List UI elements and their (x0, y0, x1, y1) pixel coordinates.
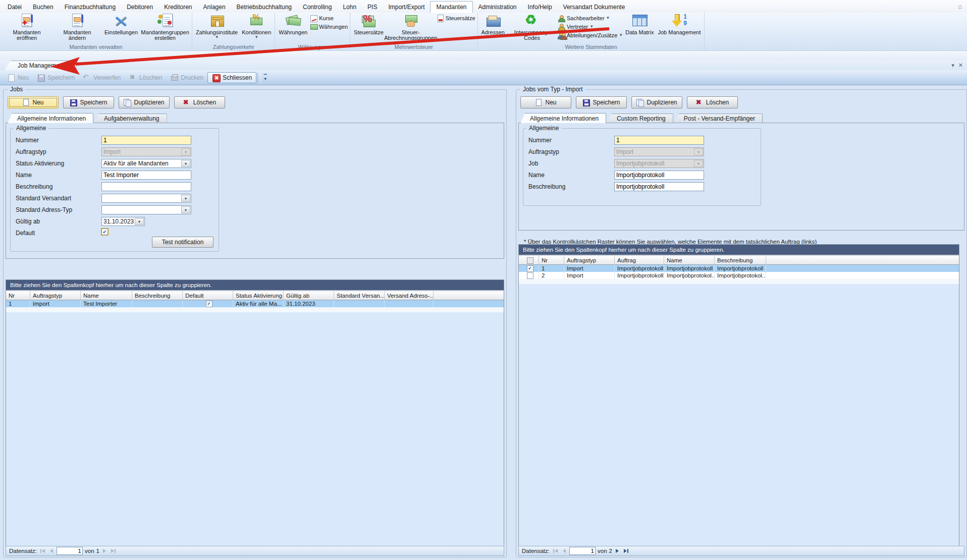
ribbon-item-steuers-tze[interactable]: %Steuersätze (352, 13, 385, 36)
column-header-auftrag[interactable]: Auftrag (615, 256, 664, 264)
chevron-down-icon[interactable]: ▼ (181, 160, 190, 167)
menu-buchen[interactable]: Buchen (27, 1, 59, 13)
menu-kreditoren[interactable]: Kreditoren (158, 1, 197, 13)
toolbar-overflow-button[interactable]: ▔▼ (262, 72, 268, 83)
first-record-button[interactable] (552, 548, 559, 554)
test-notification-button[interactable]: Test notification (152, 237, 213, 248)
column-header-default[interactable]: Default (183, 291, 233, 300)
standard-versandart-dropdown[interactable]: ▼ (101, 194, 191, 203)
ribbon-item-w-hrungen[interactable]: Währungen (310, 23, 348, 30)
ribbon-item-data-matrix[interactable]: Data Matrix (624, 13, 655, 36)
tab-aufgabenverwaltung[interactable]: Aufgabenverwaltung (94, 114, 167, 123)
column-header-standard-versan[interactable]: Standard Versan... (334, 291, 385, 300)
toolbar-l-schen-button[interactable]: ✖Löschen (125, 73, 166, 83)
last-record-button[interactable] (622, 548, 630, 554)
next-record-button[interactable] (101, 548, 108, 554)
column-header-nr[interactable]: Nr (539, 256, 564, 264)
tab-custom-reporting[interactable]: Custom Reporting (607, 114, 673, 123)
nummer-input[interactable] (614, 136, 704, 145)
table-row[interactable]: ✔1ImportImportjobprotokollImportjobproto… (519, 265, 959, 272)
status-aktivierung-dropdown[interactable]: Aktiv für alle Mandanten▼ (101, 159, 191, 168)
row-checkbox[interactable]: ✔ (206, 301, 212, 307)
speichern-button[interactable]: Speichern (576, 96, 627, 108)
menu-lohn[interactable]: Lohn (337, 1, 362, 13)
row-checkbox[interactable]: ✔ (527, 265, 533, 272)
header-checkbox[interactable] (527, 257, 533, 264)
l-schen-button[interactable]: ✖Löschen (174, 96, 225, 108)
tab-job-management[interactable]: Job Management (4, 61, 76, 70)
menu-mandanten[interactable]: Mandanten (430, 1, 472, 13)
chevron-down-icon[interactable]: ▼ (181, 195, 190, 202)
column-header-g-ltig-ab[interactable]: Gültig ab (284, 291, 334, 300)
ribbon-item-mandanten-ndern[interactable]: Mandanten ändern (52, 13, 102, 41)
toolbar-neu-button[interactable]: Neu (3, 73, 33, 83)
previous-record-button[interactable] (48, 548, 55, 554)
column-header-check[interactable] (519, 256, 539, 264)
tab-list-dropdown-icon[interactable]: ▾ (951, 62, 954, 69)
column-header-status-aktivierung[interactable]: Status Aktivierung (233, 291, 284, 300)
menu-anlagen[interactable]: Anlagen (198, 1, 231, 13)
default-checkbox[interactable]: ✔ (101, 229, 108, 235)
ribbon-item-sachbearbeiter[interactable]: Sachbearbeiter▼ (558, 15, 623, 22)
chevron-down-icon[interactable]: ▼ (135, 218, 144, 225)
record-position-input[interactable] (57, 547, 83, 555)
ribbon-item-kurse[interactable]: Kurse (310, 15, 348, 22)
toolbar-drucken-button[interactable]: Drucken (166, 73, 207, 83)
table-row[interactable]: 2ImportImportjobprotokollImportjobprotok… (519, 272, 959, 279)
ribbon-item-zahlungsinstitute[interactable]: Zahlungsinstitute▼ (194, 13, 239, 39)
beschreibung-input[interactable] (614, 182, 704, 191)
name-input[interactable] (101, 171, 191, 180)
toolbar-speichern-button[interactable]: Speichern (33, 73, 79, 83)
ribbon-item-job-management[interactable]: 19Job Management (656, 13, 702, 36)
ribbon-item-konditionen[interactable]: %Konditionen▼ (240, 13, 273, 39)
menu-versandart-dokumente[interactable]: Versandart Dokumente (558, 1, 631, 13)
menu-info-help[interactable]: Info/Help (522, 1, 558, 13)
menu-betriebsbuchhaltung[interactable]: Betriebsbuchhaltung (231, 1, 297, 13)
tab-allgemeine-informationen[interactable]: Allgemeine Informationen (8, 113, 93, 123)
duplizieren-button[interactable]: Duplizieren (631, 96, 682, 108)
neu-button[interactable]: Neu (520, 96, 571, 108)
menu-pis[interactable]: PIS (362, 1, 383, 13)
column-header-auftragstyp[interactable]: Auftragstyp (564, 256, 615, 264)
previous-record-button[interactable] (561, 548, 567, 554)
duplizieren-button[interactable]: Duplizieren (119, 96, 170, 108)
menu-import-export[interactable]: Import/Export (383, 1, 430, 13)
ribbon-item-w-hrungen[interactable]: Währungen (277, 13, 309, 36)
home-icon[interactable]: ⌂ (958, 0, 962, 13)
column-header-versand-adress[interactable]: Versand Adress-... (385, 291, 434, 300)
table-row[interactable]: 1ImportTest Importer✔Aktiv für alle Ma..… (6, 300, 504, 307)
ribbon-item-mandanten-er-ffnen[interactable]: ✚Mandanten eröffnen (2, 13, 51, 41)
column-header-beschreibung[interactable]: Beschreibung (132, 291, 183, 300)
chevron-down-icon[interactable]: ▼ (181, 206, 190, 213)
tab-post-versand-empf-nger[interactable]: Post - Versand-Empfänger (674, 114, 763, 123)
menu-datei[interactable]: Datei (2, 1, 27, 13)
ribbon-item-adressen[interactable]: Adressen▼ (480, 13, 506, 39)
tab-allgemeine-informationen[interactable]: Allgemeine Informationen (520, 113, 606, 123)
ribbon-item-einstellungen[interactable]: Einstellungen (103, 13, 139, 36)
ribbon-item-steuer-abrechnungsgruppen[interactable]: Steuer-Abrechnungsgruppen (386, 13, 436, 41)
grid-group-hint[interactable]: Bitte ziehen Sie den Spaltenkopf hierher… (519, 245, 959, 256)
menu-controlling[interactable]: Controlling (297, 1, 337, 13)
toolbar-schliessen-button[interactable]: ✖Schliessen (207, 72, 256, 83)
ribbon-item-intercompany-codes[interactable]: ♻Intercompany-Codes (507, 13, 557, 41)
ribbon-item-mandantengruppen-erstellen[interactable]: Mandantengruppen erstellen (140, 13, 190, 41)
column-header-nr[interactable]: Nr (6, 291, 30, 300)
next-record-button[interactable] (614, 548, 620, 554)
row-checkbox[interactable] (527, 272, 533, 279)
record-position-input[interactable] (569, 547, 596, 555)
beschreibung-input[interactable] (101, 182, 191, 191)
name-input[interactable] (614, 171, 704, 180)
ribbon-item-vertreter[interactable]: Vertreter▼ (558, 23, 623, 30)
nummer-input[interactable] (101, 136, 191, 145)
menu-administration[interactable]: Administration (473, 1, 522, 13)
column-header-name[interactable]: Name (664, 256, 715, 264)
ribbon-item-steuers-tze[interactable]: Steuersätze (437, 15, 475, 22)
column-header-auftragstyp[interactable]: Auftragstyp (30, 291, 81, 300)
last-record-button[interactable] (110, 548, 117, 554)
column-header-beschreibung[interactable]: Beschreibung (715, 256, 766, 264)
neu-button[interactable]: Neu (8, 96, 59, 108)
ribbon-item-abteilungen-zus-tze[interactable]: Abteilungen/Zusätze▼ (558, 32, 623, 39)
g-ltig-ab-date-picker[interactable]: 31.10.2023▼ (101, 217, 145, 226)
grid-group-hint[interactable]: Bitte ziehen Sie den Spaltenkopf hierher… (6, 280, 504, 291)
menu-finanzbuchhaltung[interactable]: Finanzbuchhaltung (59, 1, 121, 13)
